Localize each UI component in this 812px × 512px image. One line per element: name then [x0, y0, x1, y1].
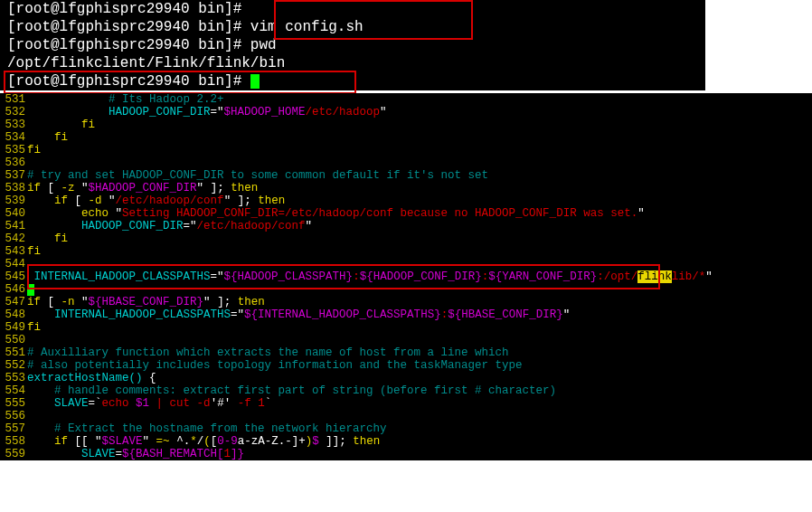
line-number: 535	[0, 144, 27, 156]
code-line: 548 INTERNAL_HADOOP_CLASSPATHS="${INTERN…	[0, 308, 812, 321]
prompt-line: [root@lfgphisprc29940 bin]#	[7, 72, 698, 90]
prompt-line: [root@lfgphisprc29940 bin]#	[7, 0, 698, 18]
line-number: 538	[0, 182, 27, 194]
terminal-shell[interactable]: [root@lfgphisprc29940 bin]# [root@lfgphi…	[0, 0, 705, 90]
prompt-line: [root@lfgphisprc29940 bin]# vim config.s…	[7, 18, 698, 36]
line-number: 559	[0, 448, 27, 460]
code-line: 559 SLAVE=${BASH_REMATCH[1]}	[0, 448, 812, 460]
line-number: 557	[0, 422, 27, 435]
prompt: [root@lfgphisprc29940 bin]#	[7, 37, 250, 53]
code-line: 539 if [ -d "/etc/hadoop/conf" ]; then	[0, 194, 812, 207]
code-line: 535fi	[0, 144, 812, 156]
line-number: 555	[0, 397, 27, 410]
line-number: 536	[0, 156, 27, 169]
line-number: 546	[0, 283, 27, 296]
command-text: vim config.sh	[250, 19, 364, 35]
line-number: 556	[0, 410, 27, 422]
line-number: 543	[0, 245, 27, 258]
code-line: 550	[0, 334, 812, 346]
code-line: 552# also potentially includes topology …	[0, 359, 812, 372]
code-line: 551# Auxilliary function which extracts …	[0, 346, 812, 359]
code-line: 549fi	[0, 321, 812, 334]
code-line: 557 # Extract the hostname from the netw…	[0, 422, 812, 435]
line-number: 554	[0, 384, 27, 397]
line-number: 531	[0, 93, 27, 106]
code-line: 536	[0, 156, 812, 169]
line-number: 547	[0, 296, 27, 308]
line-number: 537	[0, 169, 27, 182]
line-number: 549	[0, 321, 27, 334]
line-number: 552	[0, 359, 27, 372]
line-number: 545	[0, 270, 27, 283]
line-number: 539	[0, 194, 27, 207]
code-line: 542 fi	[0, 232, 812, 245]
code-line: 531 # Its Hadoop 2.2+	[0, 93, 812, 106]
editor-cursor	[27, 284, 34, 296]
line-number: 540	[0, 207, 27, 220]
code-line: 553extractHostName() {	[0, 372, 812, 384]
code-line-highlighted: 545 INTERNAL_HADOOP_CLASSPATHS="${HADOOP…	[0, 270, 812, 283]
pwd-output: /opt/flinkclient/Flink/flink/bin	[7, 54, 698, 72]
line-number: 550	[0, 334, 27, 346]
line-number: 542	[0, 232, 27, 245]
code-line: 541 HADOOP_CONF_DIR="/etc/hadoop/conf"	[0, 220, 812, 232]
code-line: 543fi	[0, 245, 812, 258]
code-line: 538if [ -z "$HADOOP_CONF_DIR" ]; then	[0, 182, 812, 194]
search-highlight: flink	[637, 270, 672, 283]
line-number: 541	[0, 220, 27, 232]
code-line: 534 fi	[0, 131, 812, 144]
code-line: 554 # handle comments: extract first par…	[0, 384, 812, 397]
code-line: 558 if [[ "$SLAVE" =~ ^.*/([0-9a-zA-Z.-]…	[0, 435, 812, 448]
line-number: 558	[0, 435, 27, 448]
command-text: pwd	[250, 37, 277, 53]
code-line: 556	[0, 410, 812, 422]
line-number: 544	[0, 258, 27, 270]
code-line: 540 echo "Setting HADOOP_CONF_DIR=/etc/h…	[0, 207, 812, 220]
code-line: 546	[0, 283, 812, 296]
prompt: [root@lfgphisprc29940 bin]#	[7, 73, 250, 90]
line-number: 553	[0, 372, 27, 384]
terminal-cursor	[250, 74, 260, 89]
prompt-line: [root@lfgphisprc29940 bin]# pwd	[7, 36, 698, 54]
prompt: [root@lfgphisprc29940 bin]#	[7, 19, 250, 35]
code-line: 537# try and set HADOOP_CONF_DIR to some…	[0, 169, 812, 182]
code-line: 555 SLAVE=`echo $1 | cut -d'#' -f 1`	[0, 397, 812, 410]
code-line: 533 fi	[0, 119, 812, 131]
code-line: 544	[0, 258, 812, 270]
line-number: 548	[0, 308, 27, 321]
line-number: 533	[0, 119, 27, 131]
line-number: 532	[0, 106, 27, 119]
code-line: 547if [ -n "${HBASE_CONF_DIR}" ]; then	[0, 296, 812, 308]
vim-editor[interactable]: 531 # Its Hadoop 2.2+ 532 HADOOP_CONF_DI…	[0, 93, 812, 460]
line-number: 551	[0, 346, 27, 359]
code-line: 532 HADOOP_CONF_DIR="$HADOOP_HOME/etc/ha…	[0, 106, 812, 119]
line-number: 534	[0, 131, 27, 144]
